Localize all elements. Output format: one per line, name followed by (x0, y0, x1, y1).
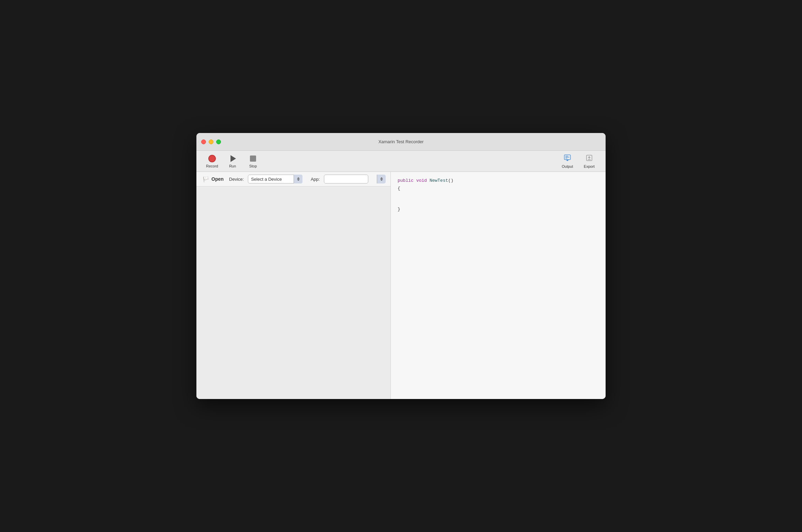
svg-rect-3 (565, 158, 567, 159)
device-label: Device: (229, 177, 244, 182)
code-open-brace: { (398, 185, 599, 192)
flag-icon: 🏳️ (203, 176, 209, 182)
app-arrow-down-icon (380, 179, 383, 181)
traffic-lights (201, 139, 221, 144)
toolbar-right: Output Export (556, 152, 600, 170)
stop-button[interactable]: Stop (243, 152, 263, 170)
record-label: Record (206, 164, 218, 168)
record-icon-wrap (208, 154, 216, 163)
close-button[interactable] (201, 139, 206, 144)
svg-rect-5 (567, 160, 568, 161)
stop-icon (250, 156, 256, 162)
code-line-1: public void NewTest() (398, 177, 599, 184)
maximize-button[interactable] (216, 139, 221, 144)
svg-rect-2 (565, 157, 569, 158)
play-icon (231, 155, 236, 162)
output-button[interactable]: Output (556, 152, 578, 170)
stop-label: Stop (249, 164, 257, 168)
stop-icon-wrap (249, 154, 257, 163)
output-label: Output (562, 164, 573, 168)
toolbar: Record Run Stop (196, 151, 606, 172)
export-button[interactable]: Export (578, 152, 600, 170)
export-icon-wrap (585, 154, 593, 163)
code-editor: public void NewTest() { } (391, 172, 606, 399)
open-label: Open (211, 176, 224, 182)
open-button[interactable]: 🏳️ Open (201, 175, 225, 183)
left-panel: 🏳️ Open Device: Select a Device App: (196, 172, 391, 399)
code-close-brace: } (398, 206, 599, 213)
export-label: Export (584, 164, 595, 168)
app-select[interactable] (324, 175, 368, 183)
svg-rect-1 (565, 156, 568, 157)
panel-toolbar: 🏳️ Open Device: Select a Device App: (196, 172, 390, 187)
main-window: Xamarin Test Recorder Record Run Stop (196, 133, 606, 399)
app-label: App: (311, 177, 320, 182)
record-button[interactable]: Record (202, 152, 222, 170)
code-keyword-void: void (416, 177, 427, 184)
record-icon (208, 155, 216, 162)
svg-rect-4 (566, 160, 569, 160)
minimize-button[interactable] (209, 139, 213, 144)
window-title: Xamarin Test Recorder (378, 139, 424, 144)
code-method: NewTest (430, 177, 448, 184)
run-label: Run (229, 164, 236, 168)
app-select-arrow (377, 175, 386, 183)
output-icon (563, 154, 571, 162)
code-parens: () (448, 177, 454, 184)
code-keyword-public: public (398, 177, 414, 184)
run-button[interactable]: Run (222, 152, 243, 170)
run-icon-wrap (228, 154, 237, 163)
device-select[interactable]: Select a Device (248, 175, 302, 183)
app-arrow-up-icon (380, 177, 383, 179)
panel-body (196, 187, 390, 399)
app-select-wrapper (324, 175, 386, 183)
content-area: 🏳️ Open Device: Select a Device App: (196, 172, 606, 399)
device-select-wrapper: Select a Device (248, 175, 302, 183)
title-bar: Xamarin Test Recorder (196, 133, 606, 151)
right-panel: public void NewTest() { } (391, 172, 606, 399)
output-icon-wrap (563, 154, 571, 163)
export-icon (585, 154, 593, 162)
